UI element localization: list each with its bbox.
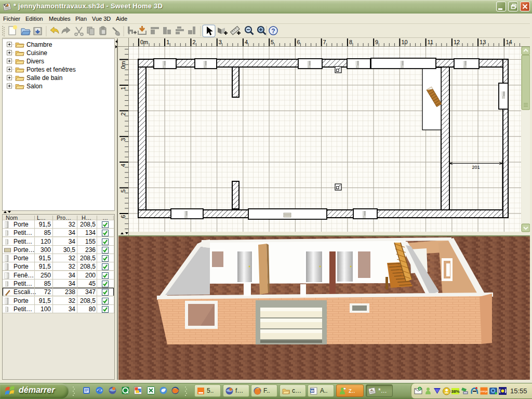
svg-text:5: 5: [271, 39, 274, 45]
svg-text:7: 7: [323, 39, 326, 45]
svg-text:4: 4: [120, 164, 126, 167]
svg-text:W: W: [311, 389, 314, 393]
svg-text:11: 11: [428, 39, 433, 45]
svg-text:38%: 38%: [451, 389, 459, 394]
svg-text:1: 1: [120, 87, 126, 90]
svg-text:3: 3: [219, 39, 222, 45]
svg-text:10: 10: [401, 39, 407, 45]
svg-text:6: 6: [297, 39, 300, 45]
svg-text:201: 201: [472, 165, 480, 170]
svg-text:9: 9: [375, 39, 378, 45]
svg-text:5: 5: [120, 190, 126, 193]
svg-text:4: 4: [245, 39, 248, 45]
svg-text:6: 6: [120, 215, 126, 218]
svg-text:13: 13: [480, 39, 486, 45]
svg-text:orange: orange: [480, 390, 488, 393]
svg-text:2: 2: [120, 112, 126, 115]
svg-text:?: ?: [271, 28, 275, 35]
svg-text:12: 12: [454, 39, 460, 45]
svg-text:e: e: [98, 387, 101, 393]
svg-text:1: 1: [166, 39, 169, 45]
svg-text:14: 14: [506, 39, 512, 45]
svg-text:3: 3: [120, 138, 126, 141]
svg-text:8: 8: [349, 39, 352, 45]
svg-text:0m: 0m: [120, 61, 126, 69]
svg-text:2: 2: [192, 39, 195, 45]
svg-text:0m: 0m: [140, 39, 148, 45]
